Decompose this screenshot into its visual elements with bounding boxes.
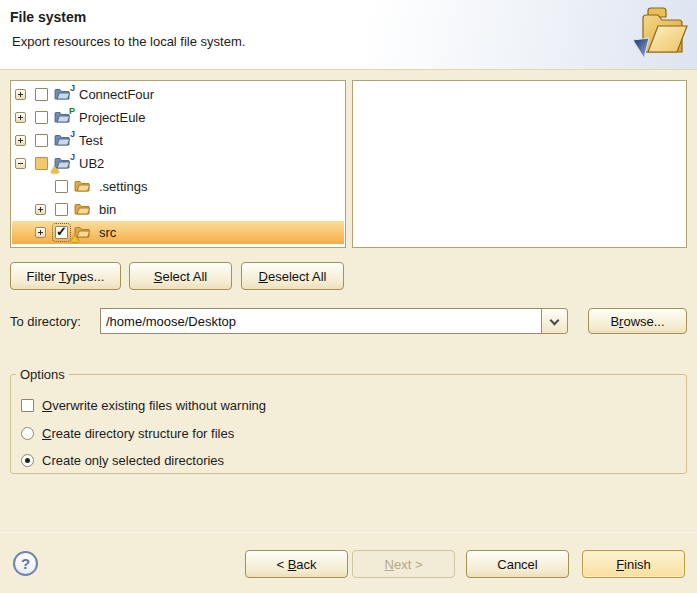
item-checkbox[interactable] [35, 111, 48, 124]
folder-icon: J [54, 87, 71, 102]
folder-icon [74, 225, 91, 240]
page-subtitle: Export resources to the local file syste… [12, 34, 245, 49]
expander-icon[interactable] [15, 89, 26, 100]
tree-row[interactable]: J UB2 [12, 152, 344, 175]
tree-row[interactable]: .settings [12, 175, 344, 198]
tree-row[interactable]: J Test [12, 129, 344, 152]
tree-item-label: .settings [97, 179, 149, 194]
folder-icon: J [54, 133, 71, 148]
resource-tree: J ConnectFour P ProjectEule J Test [10, 80, 346, 248]
folder-icon: P [54, 110, 71, 125]
help-button[interactable]: ? [13, 551, 38, 576]
expander-icon[interactable] [15, 112, 26, 123]
decorator-badge: J [70, 129, 75, 139]
options-group: Options Overwrite existing files without… [10, 367, 687, 474]
create-only-selected-label: Create only selected directories [42, 453, 224, 468]
decorator-badge: J [70, 152, 75, 162]
create-directory-structure-label: Create directory structure for files [42, 426, 234, 441]
tree-item-label: Test [77, 133, 105, 148]
tree-item-label: bin [97, 202, 118, 217]
decorator-badge: P [69, 106, 75, 116]
item-checkbox[interactable] [35, 88, 48, 101]
filter-types-button[interactable]: Filter Types... [10, 262, 121, 290]
overwrite-label: Overwrite existing files without warning [42, 398, 266, 413]
to-directory-label: To directory: [10, 314, 81, 329]
file-list-panel [352, 80, 687, 248]
page-title: File system [10, 9, 86, 25]
tree-item-label: UB2 [77, 156, 106, 171]
tree-row[interactable]: J ConnectFour [12, 83, 344, 106]
tree-row[interactable]: src [12, 221, 344, 244]
tree-item-label: ProjectEule [77, 110, 147, 125]
back-button[interactable]: < Back [245, 550, 348, 578]
folder-icon [74, 179, 91, 194]
tree-row[interactable]: P ProjectEule [12, 106, 344, 129]
footer-separator [0, 532, 697, 533]
create-only-selected-option[interactable]: Create only selected directories [21, 453, 224, 468]
folder-icon [74, 202, 91, 217]
create-directory-structure-option[interactable]: Create directory structure for files [21, 426, 234, 441]
wizard-header: File system Export resources to the loca… [0, 0, 697, 70]
folder-icon: J [54, 156, 71, 171]
item-checkbox[interactable] [55, 180, 68, 193]
directory-dropdown-button[interactable] [541, 308, 568, 334]
warning-icon [71, 235, 79, 242]
expander-icon[interactable] [15, 158, 26, 169]
decorator-badge: J [70, 83, 75, 93]
export-folder-icon [627, 2, 691, 66]
tree-item-label: src [97, 225, 118, 240]
overwrite-checkbox[interactable] [21, 399, 34, 412]
create-only-selected-radio[interactable] [21, 454, 34, 467]
item-checkbox[interactable] [55, 226, 68, 239]
browse-button[interactable]: Browse... [588, 308, 687, 334]
expander-icon[interactable] [35, 227, 46, 238]
directory-input[interactable] [100, 308, 542, 334]
item-checkbox[interactable] [55, 203, 68, 216]
warning-icon [51, 166, 59, 173]
options-legend: Options [16, 367, 69, 382]
expander-icon[interactable] [35, 204, 46, 215]
expander-icon[interactable] [15, 135, 26, 146]
item-checkbox[interactable] [35, 157, 48, 170]
directory-combo [100, 308, 568, 334]
next-button: Next > [352, 550, 455, 578]
finish-button[interactable]: Finish [582, 550, 685, 578]
item-checkbox[interactable] [35, 134, 48, 147]
cancel-button[interactable]: Cancel [466, 550, 569, 578]
select-all-button[interactable]: Select All [129, 262, 232, 290]
create-directory-structure-radio[interactable] [21, 427, 34, 440]
overwrite-option[interactable]: Overwrite existing files without warning [21, 398, 266, 413]
tree-item-label: ConnectFour [77, 87, 156, 102]
question-mark-icon: ? [21, 555, 30, 572]
tree-row[interactable]: bin [12, 198, 344, 221]
chevron-down-icon [550, 316, 560, 326]
deselect-all-button[interactable]: Deselect All [241, 262, 344, 290]
